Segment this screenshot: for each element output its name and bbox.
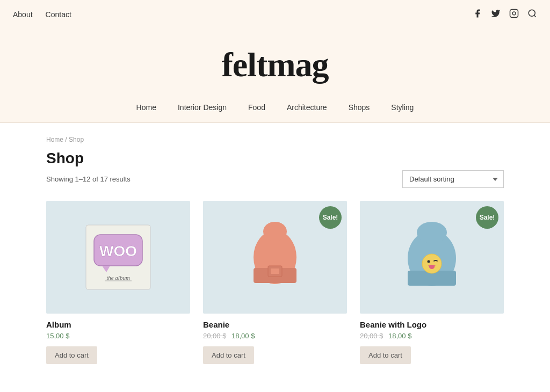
product-original-price-beanie-logo: 20,00 $: [360, 332, 383, 340]
top-nav-left: About Contact: [13, 10, 71, 19]
results-bar: Showing 1–12 of 17 results Default sorti…: [46, 170, 504, 188]
search-icon[interactable]: [527, 9, 537, 20]
svg-point-17: [417, 222, 447, 243]
add-to-cart-album[interactable]: Add to cart: [46, 346, 97, 364]
contact-link[interactable]: Contact: [46, 10, 71, 19]
svg-point-2: [529, 10, 535, 16]
product-image-album: WOO the album: [46, 201, 190, 314]
nav-styling[interactable]: Styling: [391, 103, 414, 112]
product-grid: WOO the album Album 15,00 $ Add to cart …: [46, 201, 504, 364]
svg-point-20: [429, 265, 435, 269]
sort-dropdown[interactable]: Default sorting Sort by popularity Sort …: [402, 170, 504, 188]
product-price-beanie-logo: 20,00 $ 18,00 $: [360, 332, 504, 340]
product-current-price-beanie-logo: 18,00 $: [388, 332, 411, 340]
site-title: feltmag: [13, 45, 537, 85]
product-name-beanie-logo: Beanie with Logo: [360, 320, 504, 329]
svg-rect-14: [271, 268, 279, 274]
product-card-beanie-logo: Sale!: [360, 201, 504, 364]
site-header: feltmag: [0, 29, 550, 96]
svg-point-18: [422, 254, 442, 273]
main-navigation: Home Interior Design Food Architecture S…: [0, 96, 550, 123]
sale-badge-beanie: Sale!: [319, 206, 342, 229]
add-to-cart-beanie-logo[interactable]: Add to cart: [360, 346, 411, 364]
nav-interior-design[interactable]: Interior Design: [178, 103, 227, 112]
twitter-icon[interactable]: [491, 9, 501, 20]
about-link[interactable]: About: [13, 10, 33, 19]
breadcrumb-separator: /: [65, 136, 67, 143]
page-title: Shop: [46, 150, 504, 167]
add-to-cart-beanie[interactable]: Add to cart: [203, 346, 254, 364]
top-nav-right: [473, 9, 537, 20]
breadcrumb: Home / Shop: [46, 136, 504, 143]
sale-badge-beanie-logo: Sale!: [476, 206, 498, 229]
svg-text:the album: the album: [106, 274, 130, 281]
product-price-album: 15,00 $: [46, 332, 190, 340]
product-current-price-beanie: 18,00 $: [231, 332, 255, 340]
svg-point-12: [263, 222, 287, 241]
svg-point-19: [428, 260, 430, 263]
breadcrumb-current: Shop: [69, 136, 84, 143]
results-count: Showing 1–12 of 17 results: [46, 175, 131, 183]
nav-home[interactable]: Home: [136, 103, 156, 112]
instagram-icon[interactable]: [509, 9, 519, 20]
nav-food[interactable]: Food: [248, 103, 265, 112]
breadcrumb-home[interactable]: Home: [46, 136, 63, 143]
svg-line-3: [534, 15, 535, 17]
facebook-icon[interactable]: [473, 9, 482, 20]
product-image-beanie: Sale!: [203, 201, 347, 314]
product-name-album: Album: [46, 320, 190, 329]
nav-architecture[interactable]: Architecture: [287, 103, 327, 112]
nav-shops[interactable]: Shops: [349, 103, 370, 112]
product-card-beanie: Sale! Beanie 20,00 $ 18,00 $: [203, 201, 347, 364]
svg-text:WOO: WOO: [99, 243, 137, 259]
product-original-price-beanie: 20,00 $: [203, 332, 226, 340]
top-navigation: About Contact: [0, 0, 550, 29]
product-name-beanie: Beanie: [203, 320, 347, 329]
main-content: Home / Shop Shop Showing 1–12 of 17 resu…: [33, 123, 517, 386]
product-current-price-album: 15,00 $: [46, 332, 69, 340]
product-price-beanie: 20,00 $ 18,00 $: [203, 332, 347, 340]
svg-rect-0: [510, 10, 518, 18]
product-card-album: WOO the album Album 15,00 $ Add to cart: [46, 201, 190, 364]
product-image-beanie-logo: Sale!: [360, 201, 504, 314]
